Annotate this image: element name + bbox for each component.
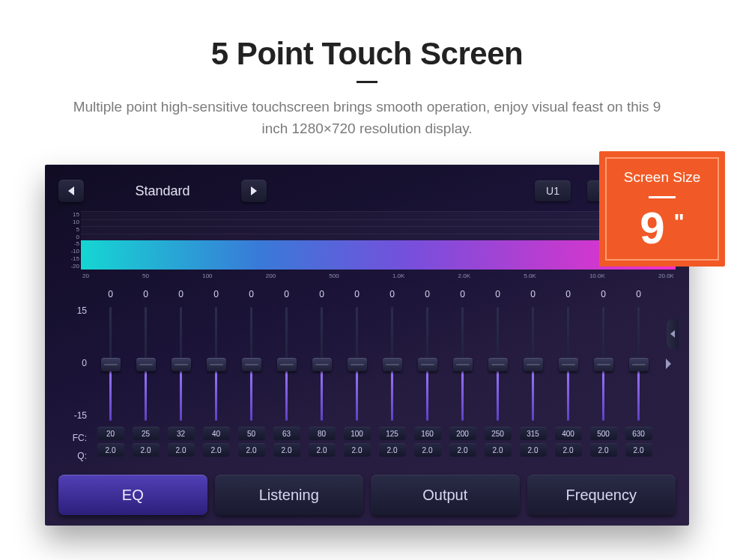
user-preset-1-button[interactable]: U1 [535,180,571,201]
eq-band-5: 0632.0 [269,289,304,475]
q-value[interactable]: 2.0 [344,443,371,457]
q-value[interactable]: 2.0 [485,443,512,457]
fc-value[interactable]: 63 [273,427,300,440]
slider-thumb[interactable] [594,358,613,371]
eq-band-2: 0322.0 [163,289,198,475]
q-value[interactable]: 2.0 [414,443,441,457]
slider-thumb[interactable] [207,358,226,371]
x-tick: 200 [266,273,276,279]
eq-slider[interactable] [488,304,509,424]
chevron-right-icon [665,359,672,369]
slider-thumb[interactable] [348,358,367,371]
slider-thumb[interactable] [312,358,332,371]
q-value[interactable]: 2.0 [97,443,124,457]
eq-slider[interactable] [312,304,333,424]
fc-value[interactable]: 160 [414,427,441,440]
slider-thumb[interactable] [383,358,402,371]
fc-value[interactable]: 32 [168,427,195,440]
eq-slider[interactable] [593,304,614,424]
q-value[interactable]: 2.0 [273,443,300,457]
fc-value[interactable]: 200 [449,427,476,440]
y-tick: 0 [58,234,79,240]
slider-thumb[interactable] [101,358,121,371]
eq-slider[interactable] [382,304,403,424]
preset-bar: Standard U1 U2 U3 [58,180,676,202]
fc-value[interactable]: 80 [309,427,336,440]
eq-slider[interactable] [523,304,544,424]
eq-slider[interactable] [136,304,157,424]
x-tick: 500 [329,273,339,279]
slider-thumb[interactable] [242,358,261,371]
y-tick: -15 [58,255,79,262]
eq-slider[interactable] [276,304,297,424]
preset-next-button[interactable] [241,180,267,202]
slider-thumb[interactable] [629,358,649,371]
more-bands-button[interactable] [661,355,676,373]
eq-band-9: 01602.0 [410,289,445,475]
q-value[interactable]: 2.0 [625,443,652,457]
fc-value[interactable]: 400 [555,427,582,440]
q-value[interactable]: 2.0 [520,443,547,457]
fc-value[interactable]: 20 [97,427,124,440]
page-description: Multiple point high-sensitive touchscree… [0,97,734,139]
gain-value: 0 [284,289,289,301]
eq-slider[interactable] [628,304,649,424]
fc-value[interactable]: 500 [590,427,617,440]
eq-slider[interactable] [100,304,121,424]
q-value[interactable]: 2.0 [590,443,617,457]
x-tick: 50 [142,273,149,279]
q-value[interactable]: 2.0 [238,443,265,457]
device-stage: Standard U1 U2 U3 151050-5-10-15-20 2050… [45,165,689,526]
tab-frequency[interactable]: Frequency [527,475,676,515]
slider-thumb[interactable] [453,358,473,371]
gain-value: 0 [354,289,360,301]
eq-slider[interactable] [171,304,192,424]
q-value[interactable]: 2.0 [555,443,582,457]
preset-prev-button[interactable] [58,180,84,202]
eq-scale-labels: 15 0 -15 FC: Q: [58,289,91,475]
q-value[interactable]: 2.0 [133,443,160,457]
q-value[interactable]: 2.0 [203,443,230,457]
eq-slider[interactable] [206,304,227,424]
spectrum-y-axis: 151050-5-10-15-20 [58,211,79,270]
tab-output[interactable]: Output [371,475,520,515]
fc-value[interactable]: 40 [203,427,230,440]
eq-slider[interactable] [417,304,438,424]
collapse-panel-button[interactable] [667,319,679,349]
x-tick: 10.0K [589,273,605,279]
gain-value: 0 [636,289,641,301]
x-tick: 20 [82,273,89,279]
fc-value[interactable]: 250 [485,427,512,440]
slider-thumb[interactable] [136,358,156,371]
eq-band-0: 0202.0 [93,289,128,475]
q-value[interactable]: 2.0 [379,443,406,457]
slider-thumb[interactable] [172,358,191,371]
q-value[interactable]: 2.0 [449,443,476,457]
tab-listening[interactable]: Listening [215,475,364,515]
gain-value: 0 [495,289,500,301]
q-value[interactable]: 2.0 [309,443,336,457]
slider-thumb[interactable] [418,358,437,371]
eq-slider[interactable] [558,304,579,424]
fc-value[interactable]: 25 [133,427,160,440]
slider-thumb[interactable] [524,358,543,371]
fc-value[interactable]: 50 [238,427,265,440]
fc-value[interactable]: 630 [625,427,652,440]
fc-value[interactable]: 100 [344,427,371,440]
slider-thumb[interactable] [559,358,578,371]
preset-name: Standard [94,183,231,199]
eq-slider[interactable] [241,304,262,424]
eq-band-15: 06302.0 [621,289,656,475]
q-value[interactable]: 2.0 [168,443,195,457]
eq-slider-area: 15 0 -15 FC: Q: 0202.00252.00322.00402.0… [58,289,676,475]
gain-value: 0 [389,289,395,301]
eq-slider[interactable] [347,304,368,424]
chevron-left-icon [670,330,675,338]
fc-value[interactable]: 125 [379,427,406,440]
eq-slider[interactable] [452,304,473,424]
slider-thumb[interactable] [488,358,508,371]
tab-eq[interactable]: EQ [58,475,207,515]
fc-value[interactable]: 315 [520,427,547,440]
slider-thumb[interactable] [277,358,297,371]
x-tick: 100 [202,273,212,279]
